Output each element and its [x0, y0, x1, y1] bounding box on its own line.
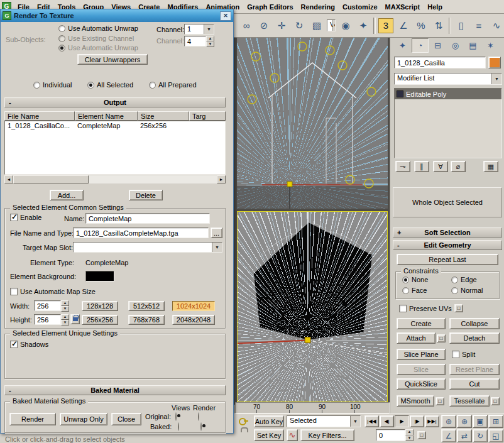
- menu-rendering[interactable]: Rendering: [297, 2, 339, 12]
- detach-button[interactable]: Detach: [449, 332, 500, 344]
- radio-auto-unwrap[interactable]: [58, 25, 65, 32]
- remove-modifier-icon[interactable]: ⌀: [451, 161, 466, 172]
- time-configuration-icon[interactable]: □: [417, 431, 426, 439]
- tessellate-settings-icon[interactable]: □: [491, 397, 500, 405]
- selection-set-dropdown[interactable]: Selected ▼: [287, 415, 361, 427]
- element-name-field[interactable]: CompleteMap: [85, 213, 210, 224]
- auto-unwrap2-option[interactable]: Use Automatic Unwrap: [58, 44, 138, 52]
- quickslice-button[interactable]: QuickSlice: [397, 378, 446, 390]
- mirror-icon[interactable]: ▯: [454, 18, 469, 33]
- angle-snap-icon[interactable]: ∠: [396, 18, 411, 33]
- viewport-top[interactable]: [237, 38, 388, 209]
- zoom-icon[interactable]: ⊕: [441, 415, 456, 428]
- field-of-view-icon[interactable]: ∠: [441, 429, 456, 442]
- tab-modify-icon[interactable]: ◔: [412, 38, 429, 53]
- stack-item-editable-poly[interactable]: Editable Poly: [395, 89, 501, 99]
- browse-button[interactable]: ...: [211, 227, 222, 238]
- height-spin-arrows[interactable]: ▲▼: [61, 314, 69, 325]
- timeline-ruler[interactable]: 70 80 90 100: [235, 402, 390, 413]
- add-button[interactable]: Add...: [50, 190, 84, 200]
- next-frame-icon[interactable]: |▶: [410, 415, 424, 427]
- make-unique-icon[interactable]: ∀: [433, 161, 448, 172]
- baked-render-radio[interactable]: [200, 422, 202, 431]
- curve-editor-icon[interactable]: ∿: [489, 18, 504, 33]
- configure-modifier-sets-icon[interactable]: ▦: [483, 161, 498, 172]
- scroll-right-icon[interactable]: ►: [217, 175, 226, 183]
- radio-existing-channel[interactable]: [58, 35, 65, 42]
- scroll-left-icon[interactable]: ◄: [4, 175, 13, 183]
- collapse-button[interactable]: Collapse: [449, 318, 500, 329]
- previous-frame-icon[interactable]: ◀|: [380, 415, 394, 427]
- existing-channel-option[interactable]: Use Existing Channel: [58, 35, 134, 42]
- shadows-checkbox[interactable]: [10, 341, 18, 348]
- percent-snap-icon[interactable]: %: [414, 18, 429, 33]
- original-views-radio[interactable]: [175, 412, 177, 421]
- radio-face[interactable]: [402, 287, 409, 294]
- baked-views-radio[interactable]: [178, 422, 179, 431]
- constraint-edge[interactable]: Edge: [451, 276, 477, 283]
- size-256-button[interactable]: 256x256: [82, 315, 118, 325]
- show-end-result-icon[interactable]: ∥: [414, 161, 429, 172]
- viewport-bottom-active[interactable]: [237, 211, 388, 402]
- scroll-track[interactable]: [89, 175, 217, 183]
- delete-button[interactable]: Delete: [129, 190, 163, 200]
- auto-unwrap-option[interactable]: Use Automatic Unwrap: [58, 25, 138, 32]
- snap-toggle-icon[interactable]: 3: [378, 18, 393, 33]
- current-frame-field[interactable]: 0 ▲▼: [376, 429, 414, 441]
- size-128-button[interactable]: 128x128: [82, 301, 118, 311]
- slice-button[interactable]: Slice: [397, 364, 446, 375]
- pan-icon[interactable]: ⇄: [457, 429, 472, 442]
- modifier-stack[interactable]: Editable Poly: [394, 88, 502, 158]
- channel-spinner[interactable]: 4 ▲▼: [184, 36, 214, 46]
- dialog-titlebar[interactable]: G Render To Texture ✕: [1, 9, 233, 22]
- split-checkbox[interactable]: [452, 351, 459, 358]
- constraint-face[interactable]: Face: [402, 287, 427, 294]
- attach-list-icon[interactable]: □: [437, 334, 446, 342]
- rollout-output[interactable]: -Output: [4, 97, 226, 107]
- tab-display-icon[interactable]: ▤: [464, 38, 481, 53]
- col-size[interactable]: Size: [138, 111, 189, 121]
- modifier-list-dropdown[interactable]: Modifier List ▼: [394, 73, 502, 85]
- menu-help[interactable]: Help: [424, 2, 446, 12]
- repeat-last-button[interactable]: Repeat Last: [397, 254, 498, 265]
- height-spinner[interactable]: 256 ▲▼: [34, 314, 69, 325]
- unwrap-only-button[interactable]: Unwrap Only: [60, 413, 107, 425]
- individual-option[interactable]: Individual: [33, 81, 72, 89]
- select-and-scale-icon[interactable]: ▧: [309, 18, 324, 33]
- scroll-thumb[interactable]: [13, 175, 89, 183]
- radio-individual[interactable]: [33, 82, 40, 89]
- tab-motion-icon[interactable]: ◎: [447, 38, 464, 53]
- reference-coordsys-dropdown[interactable]: View ▼: [327, 19, 336, 31]
- object-color-swatch[interactable]: [488, 57, 501, 68]
- width-spin-arrows[interactable]: ▲▼: [61, 300, 69, 311]
- zoom-all-icon[interactable]: ⊛: [457, 415, 472, 428]
- radio-edge[interactable]: [451, 276, 458, 283]
- element-background-swatch[interactable]: [85, 271, 114, 282]
- size-2048-button[interactable]: 2048x2048: [172, 315, 215, 325]
- clear-unwrappers-button[interactable]: Clear Unwrappers: [77, 54, 148, 65]
- auto-map-size-checkbox[interactable]: [10, 288, 18, 295]
- file-name-field[interactable]: 1_0128_CasillaCompleteMap.tga: [73, 227, 209, 238]
- width-spinner[interactable]: 256 ▲▼: [34, 300, 69, 311]
- lock-aspect-icon[interactable]: [70, 314, 80, 324]
- output-horizontal-scrollbar[interactable]: ◄ ►: [4, 175, 226, 183]
- menu-customize[interactable]: Customize: [339, 2, 381, 12]
- preserve-uvs-settings-icon[interactable]: □: [454, 304, 463, 312]
- rollout-soft-selection[interactable]: +Soft Selection: [393, 227, 502, 238]
- use-pivot-center-icon[interactable]: ◉: [338, 18, 353, 33]
- tab-hierarchy-icon[interactable]: ⊟: [429, 38, 446, 53]
- size-1024-button[interactable]: 1024x1024: [172, 301, 215, 311]
- render-button[interactable]: Render: [9, 413, 56, 425]
- close-button[interactable]: ✕: [220, 11, 231, 21]
- tessellate-button[interactable]: Tessellate: [449, 395, 490, 407]
- col-element-name[interactable]: Element Name: [75, 111, 138, 121]
- menu-maxscript[interactable]: MAXScript: [381, 2, 424, 12]
- table-row[interactable]: 1_0128_CasillaCo... CompleteMap 256x256: [5, 121, 225, 131]
- constraint-normal[interactable]: Normal: [451, 287, 483, 294]
- all-selected-option[interactable]: All Selected: [87, 81, 133, 89]
- select-and-manipulate-icon[interactable]: ✦: [356, 18, 371, 33]
- target-map-slot-dropdown[interactable]: ▼: [73, 242, 222, 253]
- min-max-toggle-icon[interactable]: ◱: [488, 429, 503, 442]
- radio-normal[interactable]: [451, 287, 458, 294]
- col-file-name[interactable]: File Name: [4, 111, 75, 121]
